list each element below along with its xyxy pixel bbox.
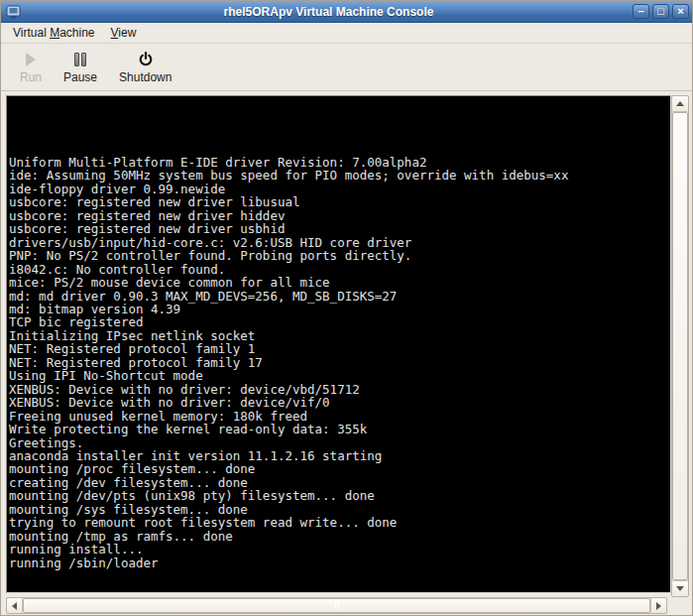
scroll-up-button[interactable] [672, 96, 688, 112]
console-line: drivers/usb/input/hid-core.c: v2.6:USB H… [9, 236, 670, 249]
console-line: i8042.c: No controller found. [9, 263, 670, 276]
menu-view[interactable]: View [103, 24, 145, 42]
console-line: NET: Registered protocol family 17 [9, 356, 670, 369]
window-icon [6, 5, 21, 19]
console-line: NET: Registered protocol family 1 [9, 342, 670, 355]
power-icon [138, 50, 154, 68]
console-line: Write protecting the kernel read-only da… [9, 423, 670, 435]
pause-label: Pause [63, 70, 97, 84]
console-line: mounting /dev/pts (unix98 pty) filesyste… [9, 489, 670, 502]
shutdown-label: Shutdown [119, 70, 172, 84]
scroll-down-button[interactable] [672, 580, 688, 596]
close-button[interactable]: × [672, 4, 689, 19]
arrow-left-icon [12, 602, 17, 610]
console-line: Freeing unused kernel memory: 180k freed [9, 410, 670, 423]
console-line: PNP: No PS/2 controller found. Probing p… [9, 249, 670, 262]
run-label: Run [20, 70, 42, 84]
console-line: running install... [9, 543, 670, 555]
console-line: mice: PS/2 mouse device common for all m… [9, 276, 670, 289]
console-line: md: md driver 0.90.3 MAX_MD_DEVS=256, MD… [9, 290, 670, 303]
arrow-up-icon [676, 101, 684, 106]
run-button[interactable]: Run [9, 47, 53, 87]
shutdown-button[interactable]: Shutdown [108, 47, 182, 87]
pause-button[interactable]: Pause [53, 47, 108, 87]
console-line: ide: Assuming 50MHz system bus speed for… [9, 169, 670, 182]
console-line: XENBUS: Device with no driver: device/vb… [9, 383, 670, 396]
menubar: Virtual Machine View [1, 23, 692, 44]
horizontal-scrollbar[interactable] [6, 597, 667, 614]
console-line: creating /dev filesystem... done [9, 476, 670, 489]
pause-icon [74, 50, 86, 68]
window-controls: – □ × [633, 4, 689, 19]
menu-virtual-machine[interactable]: Virtual Machine [5, 24, 103, 42]
console-output[interactable]: Uniform Multi-Platform E-IDE driver Revi… [6, 95, 671, 593]
console-line: running /sbin/loader [9, 556, 670, 569]
console-line: mounting /sys filesystem... done [9, 503, 670, 516]
console-line: Greetings. [9, 436, 670, 449]
vertical-scrollbar-thumb[interactable] [672, 112, 688, 580]
console-line: anaconda installer init version 11.1.2.1… [9, 449, 670, 462]
minimize-button[interactable]: – [633, 4, 649, 19]
toolbar: Run Pause Shutdown [1, 44, 692, 91]
play-icon [26, 50, 36, 68]
window-title: rhel5ORApv Virtual Machine Console [25, 5, 633, 19]
console-line: mounting /tmp as ramfs... done [9, 530, 670, 543]
arrow-down-icon [676, 586, 684, 591]
console-line: ide-floppy driver 0.99.newide [9, 183, 670, 195]
scroll-left-button[interactable] [7, 598, 23, 613]
titlebar[interactable]: rhel5ORApv Virtual Machine Console – □ × [1, 1, 692, 23]
console-line: trying to remount root filesystem read w… [9, 516, 670, 529]
console-line: XENBUS: Device with no driver: device/vi… [9, 396, 670, 409]
thumb-grip-icon [335, 602, 339, 610]
arrow-right-icon [656, 602, 661, 610]
console-line: Uniform Multi-Platform E-IDE driver Revi… [9, 156, 670, 169]
scroll-right-button[interactable] [650, 598, 666, 613]
console-line: TCP bic registered [9, 315, 670, 328]
maximize-button[interactable]: □ [652, 4, 669, 19]
console-line: Initializing IPsec netlink socket [9, 329, 670, 342]
vm-console-window: rhel5ORApv Virtual Machine Console – □ ×… [0, 0, 693, 616]
console-line: Using IPI No-Shortcut mode [9, 369, 670, 382]
horizontal-scrollbar-thumb[interactable] [23, 598, 650, 613]
console-line: mounting /proc filesystem... done [9, 462, 670, 475]
console-line: usbcore: registered new driver usbhid [9, 222, 670, 235]
console-line: usbcore: registered new driver libusual [9, 195, 670, 208]
console-line: usbcore: registered new driver hiddev [9, 209, 670, 222]
console-lines: Uniform Multi-Platform E-IDE driver Revi… [9, 156, 670, 569]
console-line: md: bitmap version 4.39 [9, 303, 670, 315]
vertical-scrollbar[interactable] [671, 95, 689, 597]
